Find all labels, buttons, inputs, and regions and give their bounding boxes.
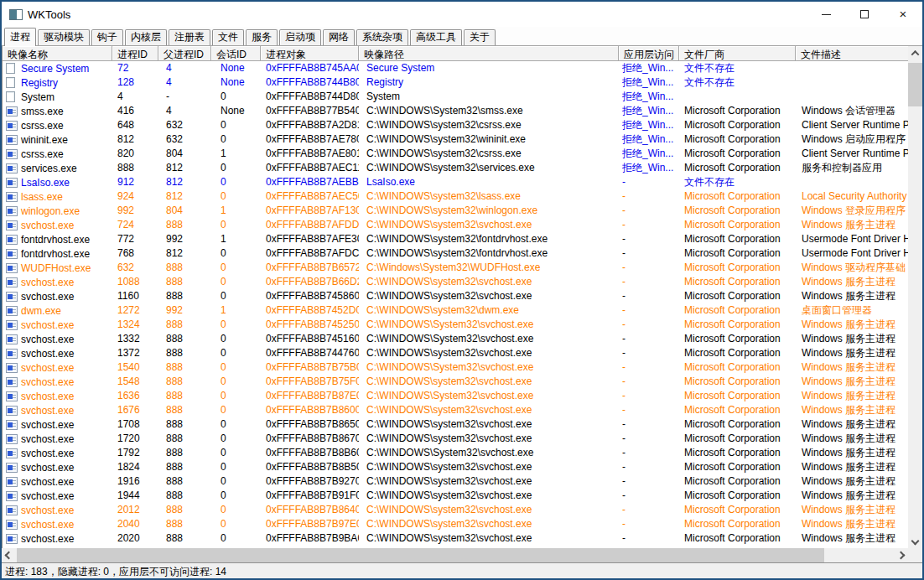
tab-6[interactable]: 文件	[212, 29, 244, 45]
table-cell: C:\WINDOWS\system32\winlogon.exe	[359, 204, 619, 218]
table-cell	[796, 61, 908, 75]
table-row[interactable]: svchost.exe182488800xFFFFAB8B7B8B5080C:\…	[3, 460, 908, 474]
table-row[interactable]: LsaIso.exe91281200xFFFFAB8B7AEBB0C0LsaIs…	[3, 175, 908, 189]
tab-9[interactable]: 网络	[323, 29, 355, 45]
table-row[interactable]: svchost.exe154888800xFFFFAB8B7B75F080C:\…	[3, 375, 908, 389]
tab-12[interactable]: 关于	[464, 29, 496, 45]
horizontal-scrollbar-track[interactable]	[824, 548, 894, 562]
table-cell: Windows 服务主进程	[796, 375, 908, 389]
table-cell: Windows 服务主进程	[796, 460, 908, 474]
scroll-up-button[interactable]	[908, 46, 922, 60]
table-cell: -	[158, 90, 211, 104]
table-row[interactable]: svchost.exe194488800xFFFFAB8B7B91F080C:\…	[3, 489, 908, 503]
table-cell: -	[619, 346, 679, 360]
table-row[interactable]: svchost.exe191688800xFFFFAB8B7B927080C:\…	[3, 474, 908, 489]
tab-8[interactable]: 启动项	[279, 29, 321, 45]
table-row[interactable]: svchost.exe116088800xFFFFAB8B74586080C:\…	[3, 289, 908, 303]
application-icon	[6, 434, 18, 444]
column-header[interactable]: 文件厂商	[679, 46, 796, 61]
tab-7[interactable]: 服务	[246, 29, 278, 45]
table-cell: C:\WINDOWS\system32\svchost.exe	[359, 474, 619, 489]
chevron-left-icon	[5, 552, 13, 560]
table-row[interactable]: fontdrvhost.exe76881200xFFFFAB8B7AFDC080…	[3, 246, 908, 261]
vertical-scrollbar-thumb[interactable]	[908, 63, 922, 106]
table-cell: -	[619, 246, 679, 261]
table-cell: 0xFFFFAB8B7B657240	[261, 261, 359, 275]
table-row[interactable]: Secure System724None0xFFFFAB8B745AA080Se…	[3, 61, 908, 75]
tab-5[interactable]: 注册表	[169, 29, 210, 45]
table-row[interactable]: svchost.exe154088800xFFFFAB8B7B75B080C:\…	[3, 360, 908, 375]
table-row[interactable]: csrss.exe64863200xFFFFAB8B7A2D8140C:\WIN…	[3, 118, 908, 132]
table-row[interactable]: WUDFHost.exe63288800xFFFFAB8B7B657240C:\…	[3, 261, 908, 275]
table-cell: 4	[158, 75, 211, 90]
table-row[interactable]: svchost.exe72488800xFFFFAB8B7AFDD080C:\W…	[3, 218, 908, 232]
table-row[interactable]: Registry1284None0xFFFFAB8B744B8080Regist…	[3, 75, 908, 90]
minimize-button[interactable]	[807, 2, 845, 27]
column-header[interactable]: 文件描述	[796, 46, 908, 61]
table-cell: Windows 服务主进程	[796, 446, 908, 460]
table-row[interactable]: svchost.exe202088800xFFFFAB8B7B9BA080C:\…	[3, 531, 908, 546]
table-cell: Usermode Font Driver Host	[796, 246, 908, 261]
table-row[interactable]: fontdrvhost.exe77299210xFFFFAB8B7AFE3080…	[3, 232, 908, 246]
table-row[interactable]: svchost.exe167688800xFFFFAB8B7B860080C:\…	[3, 403, 908, 417]
application-icon	[6, 106, 18, 117]
table-cell: 1944	[112, 489, 158, 503]
tab-2[interactable]: 驱动模块	[38, 29, 90, 45]
table-cell: 0	[211, 403, 261, 417]
table-cell: 888	[158, 318, 211, 332]
table-row[interactable]: svchost.exe132488800xFFFFAB8B74525080C:\…	[3, 318, 908, 332]
table-row[interactable]: svchost.exe170888800xFFFFAB8B7B865080C:\…	[3, 417, 908, 432]
table-row[interactable]: svchost.exe133288800xFFFFAB8B74516080C:\…	[3, 332, 908, 346]
column-header[interactable]: 进程对象	[261, 46, 359, 61]
column-header[interactable]: 映像路径	[359, 46, 619, 61]
table-cell: 820	[112, 147, 158, 161]
table-row[interactable]: svchost.exe172088800xFFFFAB8B7B867080C:\…	[3, 432, 908, 446]
table-row[interactable]: services.exe88881200xFFFFAB8B7AEC1180C:\…	[3, 161, 908, 175]
table-cell: -	[619, 417, 679, 432]
tab-4[interactable]: 内核层	[125, 29, 167, 45]
table-row[interactable]: svchost.exe201288800xFFFFAB8B7B864080C:\…	[3, 503, 908, 517]
table-cell: -	[619, 432, 679, 446]
table-row[interactable]: svchost.exe179288800xFFFFAB8B7B8B6080C:\…	[3, 446, 908, 460]
table-row[interactable]: svchost.exe137288800xFFFFAB8B74476080C:\…	[3, 346, 908, 360]
tab-10[interactable]: 系统杂项	[356, 29, 408, 45]
close-button[interactable]: ×	[884, 2, 922, 27]
table-row[interactable]: svchost.exe204088800xFFFFAB8B7B97E080C:\…	[3, 517, 908, 531]
vertical-scrollbar[interactable]	[908, 46, 922, 548]
table-row[interactable]: svchost.exe163688800xFFFFAB8B7B87E0C0C:\…	[3, 389, 908, 403]
table-cell: 1824	[112, 460, 158, 474]
table-cell: 888	[158, 275, 211, 289]
table-cell: 888	[158, 289, 211, 303]
horizontal-scrollbar-thumb[interactable]	[17, 548, 824, 562]
table-row[interactable]: lsass.exe92481200xFFFFAB8B7AEC5080C:\WIN…	[3, 189, 908, 204]
vertical-scrollbar-track[interactable]	[908, 106, 922, 534]
column-header[interactable]: 进程ID	[112, 46, 158, 61]
scroll-down-button[interactable]	[908, 534, 922, 548]
table-row[interactable]: System4-00xFFFFAB8B744D8080System拒绝_Win.…	[3, 90, 908, 104]
table-row[interactable]: smss.exe4164None0xFFFFAB8B77B54040C:\WIN…	[3, 104, 908, 118]
table-cell: C:\WINDOWS\system32\svchost.exe	[359, 218, 619, 232]
column-header[interactable]: 会话ID	[211, 46, 261, 61]
column-header[interactable]: 父进程ID	[158, 46, 211, 61]
table-cell: svchost.exe	[3, 218, 112, 232]
scroll-left-button[interactable]	[2, 548, 16, 562]
table-row[interactable]: winlogon.exe99280410xFFFFAB8B7AF130C0C:\…	[3, 204, 908, 218]
table-cell: 2040	[112, 517, 158, 531]
table-row[interactable]: wininit.exe81263200xFFFFAB8B7AE780C0C:\W…	[3, 132, 908, 147]
table-cell: 0xFFFFAB8B7AFDC080	[261, 246, 359, 261]
table-row[interactable]: dwm.exe127299210xFFFFAB8B7452D080C:\WIND…	[3, 303, 908, 318]
column-header[interactable]: 映像名称	[3, 46, 112, 61]
table-row[interactable]: svchost.exe108888800xFFFFAB8B7B66D240C:\…	[3, 275, 908, 289]
tab-3[interactable]: 钩子	[91, 29, 123, 45]
table-row[interactable]: csrss.exe82080410xFFFFAB8B7AE80140C:\WIN…	[3, 147, 908, 161]
maximize-button[interactable]	[845, 2, 884, 27]
table-cell: svchost.exe	[3, 489, 112, 503]
scroll-right-button[interactable]	[894, 548, 908, 562]
horizontal-scrollbar[interactable]	[2, 548, 908, 562]
table-cell: 0	[211, 503, 261, 517]
table-cell: svchost.exe	[3, 460, 112, 474]
table-cell: 拒绝_Win...	[619, 118, 679, 132]
tab-11[interactable]: 高级工具	[410, 29, 462, 45]
column-header[interactable]: 应用层访问	[619, 46, 679, 61]
tab-1[interactable]: 进程	[4, 28, 36, 46]
